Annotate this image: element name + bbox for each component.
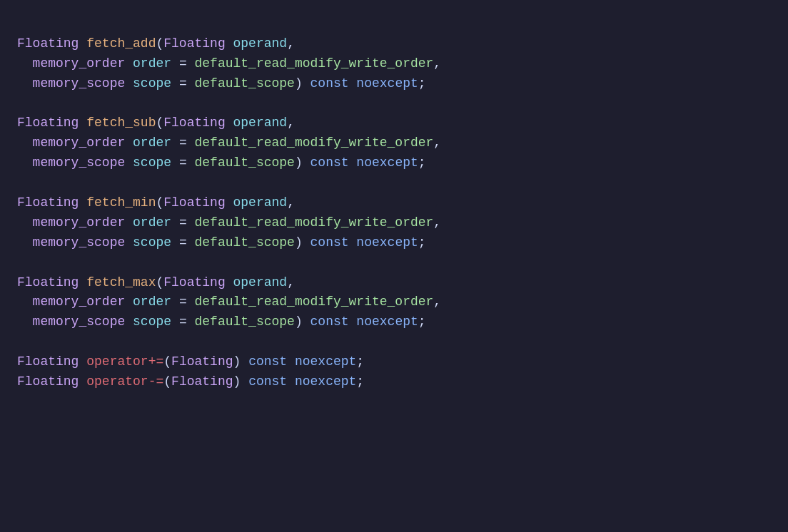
- return-type-1: Floating: [17, 36, 79, 51]
- op-return-type-1: Floating: [17, 354, 79, 369]
- param2-type-4: memory_order: [33, 295, 126, 309]
- func-name-2: fetch_sub: [86, 116, 156, 130]
- return-type-3: Floating: [17, 195, 79, 210]
- param3-type-1: memory_scope: [33, 76, 126, 91]
- op-qualifiers-2: const noexcept: [248, 374, 356, 389]
- operator-plus-eq: operator+=: [86, 354, 163, 369]
- param2-default-3: default_read_modify_write_order: [195, 215, 434, 230]
- func-name-4: fetch_max: [86, 275, 156, 290]
- operator-minus-eq: operator-=: [86, 374, 163, 389]
- op-param-type-1: Floating: [171, 354, 233, 369]
- param3-default-1: default_scope: [195, 76, 295, 91]
- qualifiers-4: const noexcept: [310, 314, 418, 329]
- param2-name-3: order: [133, 215, 171, 230]
- param1-name-3: operand: [233, 195, 288, 210]
- param3-default-4: default_scope: [195, 314, 295, 329]
- param3-type-2: memory_scope: [33, 155, 126, 170]
- func-name-1: fetch_add: [86, 36, 156, 51]
- param3-default-3: default_scope: [195, 235, 295, 250]
- func-name-3: fetch_min: [86, 195, 156, 210]
- param2-name-4: order: [133, 295, 171, 309]
- qualifiers-2: const noexcept: [310, 155, 418, 170]
- param1-type-3: Floating: [163, 195, 225, 210]
- qualifiers-1: const noexcept: [310, 76, 418, 91]
- param1-name-1: operand: [233, 36, 288, 51]
- param3-default-2: default_scope: [195, 155, 295, 170]
- code-display: Floating fetch_add(Floating operand, mem…: [17, 14, 441, 392]
- param2-default-4: default_read_modify_write_order: [195, 295, 434, 309]
- op-qualifiers-1: const noexcept: [248, 354, 356, 369]
- return-type-2: Floating: [17, 116, 79, 130]
- return-type-4: Floating: [17, 275, 79, 290]
- param2-type-3: memory_order: [33, 215, 126, 230]
- param1-type-1: Floating: [163, 36, 225, 51]
- param2-name-1: order: [133, 56, 171, 71]
- param1-name-2: operand: [233, 116, 288, 130]
- param1-type-4: Floating: [163, 275, 225, 290]
- op-return-type-2: Floating: [17, 374, 79, 389]
- param3-name-4: scope: [133, 314, 171, 329]
- param3-type-3: memory_scope: [33, 235, 126, 250]
- param1-type-2: Floating: [163, 116, 225, 130]
- qualifiers-3: const noexcept: [310, 235, 418, 250]
- op-param-type-2: Floating: [171, 374, 233, 389]
- param3-name-2: scope: [133, 155, 171, 170]
- param1-name-4: operand: [233, 275, 288, 290]
- param3-name-3: scope: [133, 235, 171, 250]
- param2-type-1: memory_order: [33, 56, 126, 71]
- param3-name-1: scope: [133, 76, 171, 91]
- param3-type-4: memory_scope: [33, 314, 126, 329]
- param2-type-2: memory_order: [33, 135, 126, 150]
- param2-default-1: default_read_modify_write_order: [195, 56, 434, 71]
- param2-default-2: default_read_modify_write_order: [195, 135, 434, 150]
- param2-name-2: order: [133, 135, 171, 150]
